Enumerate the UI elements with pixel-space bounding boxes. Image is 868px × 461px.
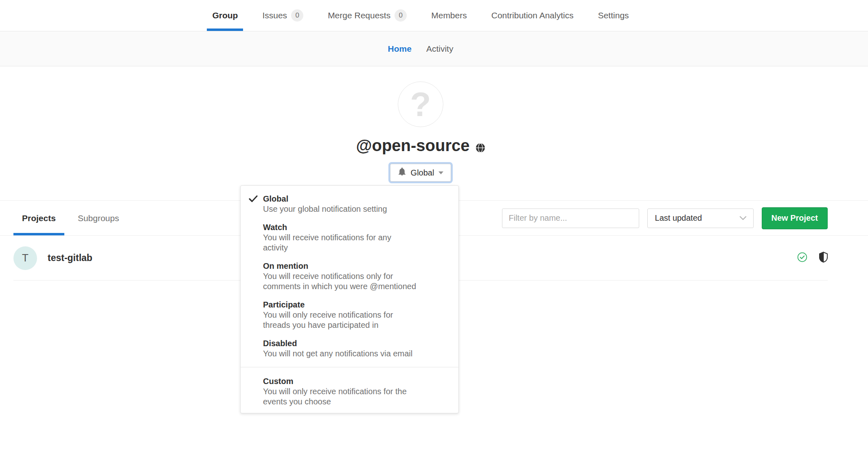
checkmark-icon <box>249 195 258 204</box>
filter-by-name-input[interactable] <box>502 209 639 228</box>
option-description: You will receive notifications only for … <box>263 271 447 292</box>
public-globe-icon <box>476 138 485 156</box>
nav-item-label: Members <box>431 11 467 20</box>
nav-item-label: Contribution Analytics <box>491 11 574 20</box>
notification-option-custom[interactable]: Custom You will only receive notificatio… <box>241 376 458 407</box>
nav-item-label: Issues <box>262 11 287 20</box>
notification-option-on-mention[interactable]: On mention You will receive notification… <box>241 261 458 292</box>
nav-item-merge-requests[interactable]: Merge Requests 0 <box>322 0 412 31</box>
nav-item-label: Group <box>212 11 238 20</box>
group-subnav-bar: Home Activity <box>0 31 868 66</box>
option-title: Watch <box>263 222 447 233</box>
tab-label: Subgroups <box>78 213 119 223</box>
new-project-button[interactable]: New Project <box>762 207 828 229</box>
option-title: Custom <box>263 376 447 386</box>
tab-subgroups[interactable]: Subgroups <box>69 201 128 235</box>
notification-option-disabled[interactable]: Disabled You will not get any notificati… <box>241 338 458 359</box>
nav-item-contribution-analytics[interactable]: Contribution Analytics <box>486 0 579 31</box>
subnav-item-activity[interactable]: Activity <box>426 44 454 54</box>
active-tab-underline <box>207 29 243 31</box>
project-name-link[interactable]: test-gitlab <box>48 252 92 263</box>
merge-requests-count-badge: 0 <box>395 9 407 22</box>
sort-dropdown-label: Last updated <box>655 213 702 223</box>
nav-item-group[interactable]: Group <box>207 0 243 31</box>
option-description: You will only receive notifications for … <box>263 386 447 407</box>
notification-option-participate[interactable]: Participate You will only receive notifi… <box>241 300 458 330</box>
caret-down-icon <box>438 171 443 174</box>
avatar-placeholder: ? <box>410 85 431 124</box>
nav-item-label: Settings <box>598 11 629 20</box>
tab-label: Projects <box>22 213 56 223</box>
notification-option-global[interactable]: Global Use your global notification sett… <box>241 194 458 214</box>
group-title: @open-source <box>13 136 828 155</box>
nav-item-label: Merge Requests <box>328 11 390 20</box>
nav-item-issues[interactable]: Issues 0 <box>257 0 309 31</box>
option-title: Participate <box>263 300 447 310</box>
notification-button-label: Global <box>411 168 434 178</box>
issues-count-badge: 0 <box>291 9 303 22</box>
tab-projects[interactable]: Projects <box>13 201 64 235</box>
visibility-shield-icon <box>819 252 828 264</box>
option-description: You will not get any notifications via e… <box>263 349 447 359</box>
notification-option-watch[interactable]: Watch You will receive notifications for… <box>241 222 458 253</box>
chevron-down-icon <box>739 213 747 223</box>
group-nav-bar: Group Issues 0 Merge Requests 0 Members … <box>0 0 868 31</box>
option-title: Global <box>263 194 447 204</box>
sort-dropdown[interactable]: Last updated <box>647 209 754 228</box>
group-name: @open-source <box>356 136 469 155</box>
nav-item-settings[interactable]: Settings <box>593 0 634 31</box>
pipeline-status-check-circle-icon <box>797 252 807 264</box>
group-header: ? @open-source Global <box>0 66 868 201</box>
option-description: You will receive notifications for any a… <box>263 233 447 253</box>
option-title: Disabled <box>263 338 447 349</box>
option-description: Use your global notification setting <box>263 204 447 214</box>
active-tab-underline <box>13 233 64 235</box>
option-title: On mention <box>263 261 447 271</box>
subnav-item-home[interactable]: Home <box>388 44 412 54</box>
notification-dropdown-menu: Global Use your global notification sett… <box>240 185 459 413</box>
menu-divider <box>241 367 458 367</box>
group-avatar: ? <box>398 81 443 127</box>
nav-item-members[interactable]: Members <box>426 0 472 31</box>
notification-dropdown-button[interactable]: Global <box>390 164 452 182</box>
project-avatar-initial: T <box>22 252 28 264</box>
option-description: You will only receive notifications for … <box>263 310 447 330</box>
bell-icon <box>398 167 406 178</box>
project-avatar: T <box>13 246 37 270</box>
